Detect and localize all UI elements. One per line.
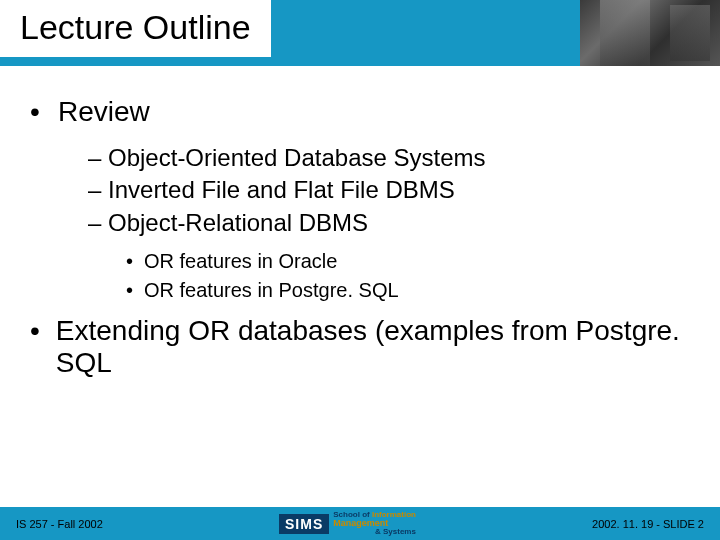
footer-left: IS 257 - Fall 2002: [16, 518, 103, 530]
bullet-review-label: Review: [58, 96, 150, 128]
subitem-oodb-label: Object-Oriented Database Systems: [108, 144, 486, 171]
footer-right: 2002. 11. 19 - SLIDE 2: [592, 518, 704, 530]
subsub-postgres: •OR features in Postgre. SQL: [126, 276, 690, 305]
footer-band: IS 257 - Fall 2002 SIMS School of Inform…: [0, 507, 720, 540]
subsub-oracle: •OR features in Oracle: [126, 247, 690, 276]
bullet-dot-icon: •: [126, 276, 144, 305]
sims-logo-text: School of Information Management & Syste…: [333, 511, 416, 536]
slide-title: Lecture Outline: [20, 8, 251, 47]
subsub-oracle-label: OR features in Oracle: [144, 250, 337, 272]
bullet-extending: • Extending OR databases (examples from …: [30, 315, 690, 379]
bullet-dot-icon: •: [126, 247, 144, 276]
subsub-postgres-label: OR features in Postgre. SQL: [144, 279, 399, 301]
footer-logo: SIMS School of Information Management & …: [279, 511, 416, 536]
bullet-extending-label: Extending OR databases (examples from Po…: [56, 315, 690, 379]
bullet-dot-icon: •: [30, 96, 58, 128]
bullet-review: • Review: [30, 96, 690, 128]
slide: Lecture Outline • Review – Object-Orient…: [0, 0, 720, 540]
subitem-ordbms-label: Object-Relational DBMS: [108, 209, 368, 236]
title-block: Lecture Outline: [0, 0, 271, 57]
subitem-inverted-label: Inverted File and Flat File DBMS: [108, 176, 455, 203]
review-subitems: – Object-Oriented Database Systems – Inv…: [88, 142, 690, 305]
bullet-dot-icon: •: [30, 315, 56, 379]
subitem-inverted: – Inverted File and Flat File DBMS: [88, 174, 690, 206]
sims-line3: & Systems: [333, 528, 416, 536]
subitem-oodb: – Object-Oriented Database Systems: [88, 142, 690, 174]
ordbms-subsubitems: •OR features in Oracle •OR features in P…: [126, 247, 690, 305]
slide-content: • Review – Object-Oriented Database Syst…: [30, 90, 690, 393]
sims-logo-mark: SIMS: [279, 514, 329, 534]
subitem-ordbms: – Object-Relational DBMS: [88, 207, 690, 239]
header-photo: [580, 0, 720, 66]
